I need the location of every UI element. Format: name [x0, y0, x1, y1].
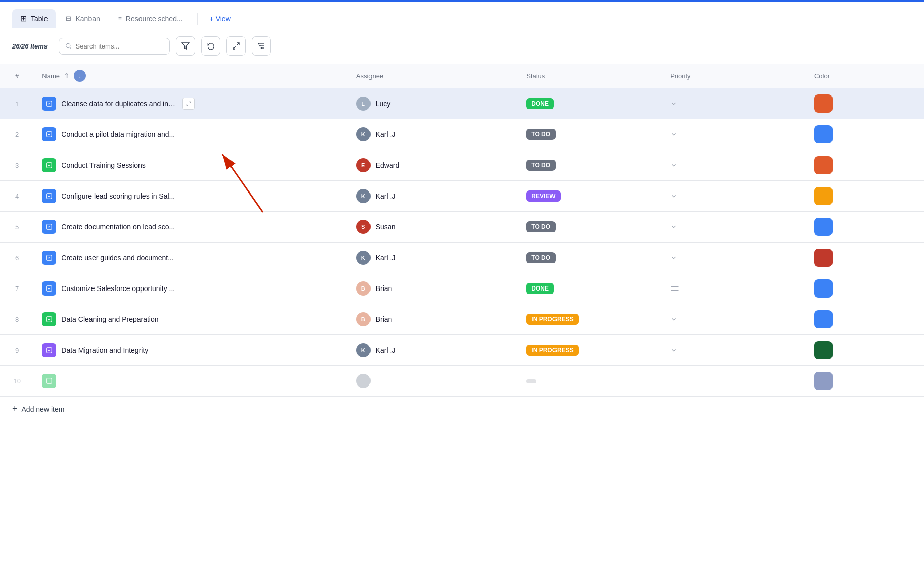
svg-line-11: [189, 102, 191, 103]
table-row: 4 Configure lead scoring rules in Sal...…: [0, 181, 924, 212]
row-num-4: 4: [0, 181, 34, 212]
table-row: 7 Customize Salesforce opportunity ... B…: [0, 273, 924, 304]
status-badge: IN PROGRESS: [526, 314, 578, 325]
task-name: Data Cleaning and Preparation: [61, 315, 158, 323]
task-icon: [42, 312, 56, 326]
row-num-6: 6: [0, 243, 34, 273]
task-name: Cleanse data for duplicates and in…: [61, 100, 175, 108]
priority-chevron[interactable]: [670, 131, 798, 138]
task-name: Data Migration and Integrity: [61, 346, 148, 354]
refresh-icon: [207, 42, 215, 50]
task-name: Conduct Training Sessions: [61, 161, 146, 169]
row-priority-2[interactable]: [662, 119, 806, 150]
search-container[interactable]: [59, 38, 170, 55]
main-table: # Name ⇑ ↓ Assignee Status: [0, 64, 924, 397]
row-assignee-8: B Brian: [348, 304, 519, 335]
task-name: Configure lead scoring rules in Sal...: [61, 192, 175, 200]
color-swatch: [814, 125, 833, 143]
search-input[interactable]: [76, 42, 163, 50]
add-view-button[interactable]: + View: [204, 10, 237, 27]
toolbar: 26/26 Items: [0, 28, 924, 64]
task-name: Conduct a pilot data migration and...: [61, 130, 175, 138]
row-assignee-7: B Brian: [348, 273, 519, 304]
color-swatch: [814, 249, 833, 267]
row-priority-1[interactable]: [662, 88, 806, 119]
row-priority-5[interactable]: [662, 212, 806, 243]
row-priority-9[interactable]: [662, 335, 806, 366]
row-priority-4[interactable]: [662, 181, 806, 212]
priority-chevron[interactable]: [670, 316, 798, 323]
row-color-7: [806, 273, 924, 304]
row-num-5: 5: [0, 212, 34, 243]
assignee-name: Brian: [376, 315, 392, 323]
row-num-partial: 10: [0, 366, 34, 397]
status-badge: TO DO: [526, 252, 556, 263]
tab-table-label: Table: [31, 15, 48, 23]
priority-chevron[interactable]: [670, 347, 798, 354]
row-priority-7[interactable]: [662, 273, 806, 304]
assignee-avatar: K: [356, 127, 371, 141]
avatar-partial: [356, 374, 371, 388]
row-priority-3[interactable]: [662, 150, 806, 181]
row-num-8: 8: [0, 304, 34, 335]
row-name-9: Data Migration and Integrity: [34, 335, 348, 366]
tab-resource[interactable]: ≡ Resource sched...: [110, 10, 191, 27]
col-priority-header: Priority: [662, 64, 806, 88]
svg-line-12: [187, 104, 188, 106]
table-row: 1 Cleanse data for duplicates and in… L …: [0, 88, 924, 119]
expand-row-icon[interactable]: [182, 98, 195, 110]
row-assignee-9: K Karl .J: [348, 335, 519, 366]
row-name-8: Data Cleaning and Preparation: [34, 304, 348, 335]
svg-line-3: [233, 46, 236, 49]
tab-kanban[interactable]: ⊟ Kanban: [58, 10, 108, 27]
row-color-4: [806, 181, 924, 212]
assignee-avatar: K: [356, 251, 371, 265]
status-badge: DONE: [526, 283, 554, 294]
task-icon: [42, 281, 56, 296]
col-assignee-header: Assignee: [348, 64, 519, 88]
task-icon: [42, 220, 56, 234]
row-color-9: [806, 335, 924, 366]
table-row: 9 Data Migration and Integrity K Karl .J…: [0, 335, 924, 366]
items-count: 26/26 Items: [12, 42, 53, 50]
row-name-3: Conduct Training Sessions: [34, 150, 348, 181]
add-item-row[interactable]: + Add new item: [0, 397, 924, 421]
task-icon-partial: [42, 374, 56, 388]
expand-button[interactable]: [226, 36, 246, 56]
priority-chevron[interactable]: [670, 162, 798, 169]
row-color-8: [806, 304, 924, 335]
priority-chevron[interactable]: [670, 223, 798, 230]
col-num-header: #: [0, 64, 34, 88]
row-name-1: Cleanse data for duplicates and in…: [34, 88, 348, 119]
priority-chevron[interactable]: [670, 193, 798, 200]
color-swatch: [814, 218, 833, 236]
filter-button[interactable]: [176, 36, 195, 56]
status-badge: IN PROGRESS: [526, 345, 578, 356]
priority-chevron[interactable]: [670, 100, 798, 107]
assignee-name: Lucy: [376, 100, 391, 108]
assignee-name: Karl .J: [376, 192, 396, 200]
sort-down-icon[interactable]: ↓: [74, 70, 86, 82]
task-name: Create user guides and document...: [61, 254, 174, 262]
row-priority-6[interactable]: [662, 243, 806, 273]
refresh-button[interactable]: [201, 36, 220, 56]
view-tabs: ⊞ Table ⊟ Kanban ≡ Resource sched... + V…: [0, 2, 924, 28]
row-assignee-1: L Lucy: [348, 88, 519, 119]
priority-chevron[interactable]: [670, 254, 798, 261]
color-swatch-partial: [814, 372, 833, 390]
row-status-4: REVIEW: [518, 181, 662, 212]
task-name: Customize Salesforce opportunity ...: [61, 284, 175, 293]
table-row: 6 Create user guides and document... K K…: [0, 243, 924, 273]
filter-icon: [181, 42, 190, 50]
settings-button[interactable]: [252, 36, 271, 56]
tab-divider: [197, 13, 198, 25]
svg-rect-23: [47, 378, 52, 384]
status-badge-partial: [526, 379, 536, 383]
row-priority-8[interactable]: [662, 304, 806, 335]
row-status-2: TO DO: [518, 119, 662, 150]
row-status-6: TO DO: [518, 243, 662, 273]
task-icon: [42, 189, 56, 203]
row-priority-partial: [662, 366, 806, 397]
row-num-1: 1: [0, 88, 34, 119]
tab-table[interactable]: ⊞ Table: [12, 9, 56, 28]
